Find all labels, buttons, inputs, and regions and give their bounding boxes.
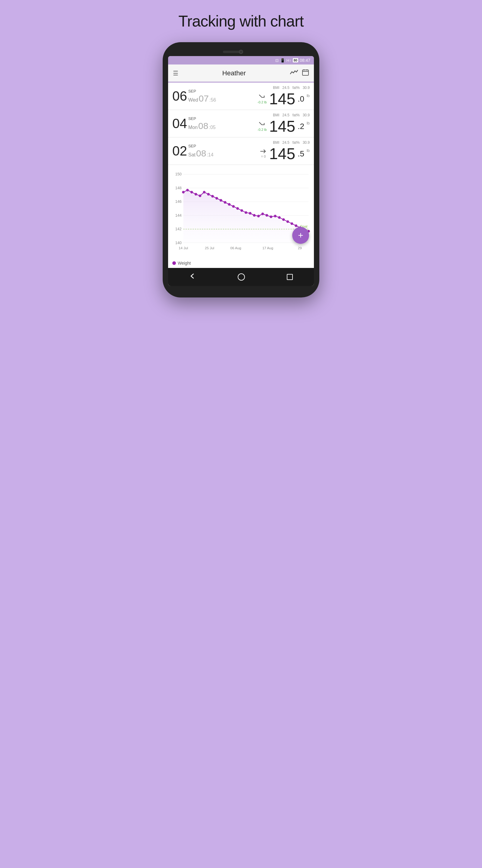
page-title: Tracking with chart [178, 12, 303, 30]
svg-point-38 [257, 215, 260, 218]
svg-point-32 [232, 205, 235, 208]
app-bar: ☰ Heather [168, 64, 314, 83]
entry-3-month: SEP [188, 144, 214, 148]
entry-3-fat: 30.9 [303, 141, 310, 145]
entry-1-unit: lb [307, 93, 310, 98]
svg-text:140: 140 [175, 241, 182, 245]
nav-back-button[interactable] [189, 273, 196, 281]
weight-chart: 150 148 146 144 142 140 Goal [170, 169, 312, 256]
entry-3-delta: = 0 [260, 149, 267, 158]
svg-text:144: 144 [175, 213, 182, 218]
entry-1-delta: -0.2 lb [258, 94, 267, 104]
vibrate-icon: 📳 [280, 58, 285, 63]
status-bar: ⊡ 📳 H↑ 80 08:47 [168, 56, 314, 64]
chart-icon[interactable] [290, 69, 298, 77]
entry-2-meta: BMI 24.5 fat% 30.9 [273, 113, 310, 117]
entry-2-day: 04 [172, 117, 187, 130]
entry-2[interactable]: 04 SEP Mon 08 :05 BMI 24.5 fat% 30.9 [168, 110, 314, 137]
entry-3-weekday: Sat [188, 152, 195, 158]
entry-1-hour: 07 [199, 93, 209, 104]
entry-2-weight-row: -0.2 lb 145 .2 lb [258, 119, 310, 134]
svg-text:29: 29 [298, 246, 302, 250]
phone-shell: ⊡ 📳 H↑ 80 08:47 ☰ Heather [163, 42, 319, 298]
nav-recents-button[interactable] [287, 274, 293, 280]
svg-point-27 [211, 195, 214, 198]
svg-point-30 [224, 201, 227, 204]
camera [239, 50, 243, 54]
svg-point-21 [186, 189, 189, 191]
entry-3-weight-frac: .5 [298, 149, 304, 158]
entry-2-bmi-label: BMI [273, 113, 279, 117]
svg-point-44 [282, 218, 285, 221]
svg-point-31 [228, 203, 231, 206]
svg-point-34 [240, 209, 243, 212]
svg-point-39 [261, 213, 264, 215]
entry-2-weight-int: 145 [269, 119, 295, 134]
svg-point-45 [287, 220, 289, 223]
entry-1-meta: BMI 24.5 fat% 30.9 [273, 86, 310, 90]
entry-1-bmi: 24.5 [282, 86, 289, 90]
svg-text:146: 146 [175, 199, 182, 204]
battery-indicator: 80 [293, 58, 298, 62]
entry-2-fat-label: fat% [292, 113, 300, 117]
entry-2-delta-icon [259, 121, 265, 128]
entry-1-day: 06 [172, 90, 187, 103]
entry-2-weekday: Mon [188, 125, 198, 130]
svg-point-40 [265, 214, 268, 217]
svg-point-35 [245, 211, 247, 214]
svg-point-23 [195, 193, 197, 195]
legend-label: Weight [178, 261, 191, 266]
entry-2-month: SEP [188, 116, 216, 121]
app-bar-actions [290, 69, 309, 78]
entry-1-date-detail: SEP Wed 07 :56 [188, 89, 216, 104]
svg-point-29 [220, 199, 222, 202]
nav-home-button[interactable] [238, 273, 245, 281]
menu-button[interactable]: ☰ [173, 70, 178, 77]
entry-3-day-time: Sat 08 :14 [188, 148, 214, 158]
speaker [223, 51, 241, 53]
entry-3-bmi-label: BMI [273, 141, 279, 145]
entry-1-delta-text: -0.2 lb [258, 100, 267, 104]
svg-text:25 Jul: 25 Jul [205, 246, 214, 250]
entry-3-delta-text: = 0 [261, 155, 266, 158]
svg-point-41 [269, 216, 272, 218]
status-icons: ⊡ 📳 H↑ 80 08:47 [275, 58, 310, 63]
entry-1-weight-frac: .0 [298, 94, 304, 104]
calendar-icon[interactable] [302, 69, 309, 78]
phone-bottom [168, 286, 314, 290]
entry-2-hour: 08 [198, 121, 208, 131]
entry-1-fat: 30.9 [303, 86, 310, 90]
entry-1[interactable]: 06 SEP Wed 07 :56 BMI 24.5 fat% 30.9 [168, 83, 314, 110]
app-title: Heather [222, 69, 246, 77]
entry-1-day-time: Wed 07 :56 [188, 93, 216, 104]
entry-3-unit: lb [307, 148, 310, 153]
entry-3-hour: 08 [196, 148, 206, 158]
entry-3-weight-int: 145 [269, 146, 295, 161]
entry-1-weight-row: -0.2 lb 145 .0 lb [258, 91, 310, 107]
svg-text:142: 142 [175, 227, 182, 231]
entry-2-day-time: Mon 08 :05 [188, 121, 216, 131]
entry-3-fat-label: fat% [292, 141, 300, 145]
add-entry-fab[interactable]: + [292, 227, 309, 244]
entry-3-right: BMI 24.5 fat% 30.9 [260, 141, 310, 161]
entry-1-month: SEP [188, 89, 216, 93]
svg-text:14 Jul: 14 Jul [179, 246, 188, 250]
entry-1-minute: :56 [210, 97, 216, 103]
svg-point-36 [249, 212, 252, 215]
entry-1-fat-label: fat% [292, 86, 300, 90]
svg-point-25 [203, 191, 205, 193]
cast-icon: ⊡ [275, 58, 279, 63]
entry-1-delta-icon [259, 94, 265, 100]
entry-1-bmi-label: BMI [273, 86, 279, 90]
entry-3-weight-row: = 0 145 .5 lb [260, 146, 310, 161]
svg-point-37 [253, 214, 256, 217]
signal-icon: H↑ [287, 58, 291, 63]
entry-1-weekday: Wed [188, 97, 198, 103]
entry-2-delta-text: -0.2 lb [258, 128, 267, 131]
svg-text:148: 148 [175, 186, 182, 190]
entry-1-right: BMI 24.5 fat% 30.9 [258, 86, 310, 107]
entry-3[interactable]: 02 SEP Sat 08 :14 BMI 24.5 fat% 30.9 [168, 137, 314, 165]
svg-text:17 Aug: 17 Aug [262, 246, 273, 250]
svg-point-46 [291, 222, 293, 225]
entries-list: 06 SEP Wed 07 :56 BMI 24.5 fat% 30.9 [168, 83, 314, 165]
